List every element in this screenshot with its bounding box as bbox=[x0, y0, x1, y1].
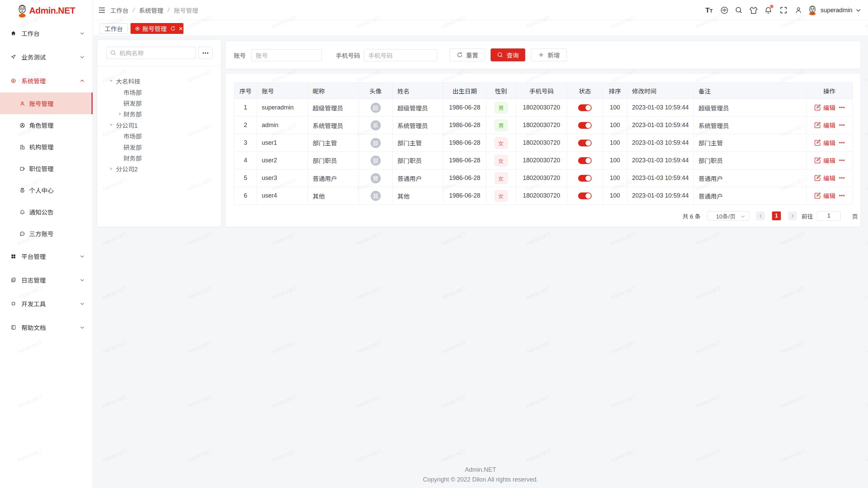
svg-text:中: 中 bbox=[722, 7, 726, 13]
